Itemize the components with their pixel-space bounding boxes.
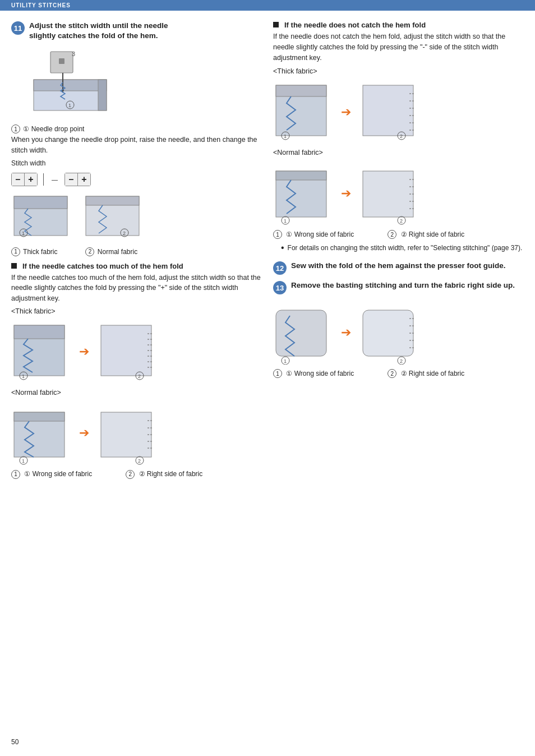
needle-diagram: 3 1	[11, 46, 262, 119]
step13-badge: 13	[273, 281, 287, 294]
svg-rect-4	[59, 58, 64, 64]
right-normal-left-svg: 1	[273, 161, 332, 225]
arrow-right-thick: ➔	[79, 344, 89, 359]
needle-drop-label: 1 ① Needle drop point	[11, 125, 262, 133]
bullet-dot: •	[281, 243, 284, 252]
arrow-right-normal: ➔	[79, 426, 89, 440]
svg-rect-72	[363, 310, 413, 356]
needle-desc: When you change the needle drop point, r…	[11, 135, 262, 156]
normal-label: 2 Normal fabric	[85, 247, 137, 256]
minus-button-right[interactable]: –	[65, 173, 77, 186]
normal-left-svg: 1	[11, 401, 70, 465]
needle-svg: 3 1	[11, 46, 123, 119]
page: UTILITY STITCHES 11 Adjust the stitch wi…	[0, 0, 535, 756]
svg-rect-58	[276, 171, 326, 180]
svg-rect-45	[276, 85, 326, 96]
btn-group-left: – +	[11, 173, 38, 186]
stitch-width-diagram: – + — – +	[11, 173, 262, 186]
not-catch-section: If the needle does not catch the hem fol…	[273, 21, 524, 63]
dash-sep: —	[52, 176, 58, 183]
step13-wrong-label: 1 ① Wrong side of fabric	[273, 369, 354, 378]
step13-diagrams: 1 ➔ 2	[273, 300, 524, 365]
bullet-item: • For details on changing the stitch wid…	[281, 243, 524, 253]
thick-label: 1 Thick fabric	[11, 247, 57, 256]
plus-button-right[interactable]: +	[78, 173, 90, 186]
thick-right-svg: 2	[98, 320, 157, 384]
svg-rect-1	[34, 80, 107, 91]
minus-button-left[interactable]: –	[12, 173, 24, 186]
thick-two-row: 1 ➔ 2	[11, 320, 262, 384]
svg-text:1: 1	[22, 374, 25, 379]
thick-left-svg: 1	[11, 320, 70, 384]
normal-right-svg: 2	[98, 401, 157, 465]
svg-text:2: 2	[400, 218, 403, 224]
thick-label-left: <Thick fabric>	[11, 307, 262, 315]
too-much-title: If the needle catches too much of the he…	[11, 262, 262, 270]
svg-rect-22	[101, 325, 151, 376]
bottom-labels-right: 1 ① Wrong side of fabric 2 ② Right side …	[273, 230, 524, 239]
fabric-diagrams-top: 1 2	[11, 191, 262, 244]
content: 11 Adjust the stitch width until the nee…	[0, 11, 535, 489]
normal-two-row: 1 ➔ 2	[11, 401, 262, 465]
svg-rect-11	[14, 196, 67, 209]
stitch-width-label: Stitch width	[11, 159, 262, 167]
svg-rect-2	[98, 80, 107, 110]
svg-text:2: 2	[400, 358, 403, 364]
step13-header: 13 Remove the basting stitching and turn…	[273, 280, 524, 294]
thick-label-right: <Thick fabric>	[273, 67, 524, 75]
svg-text:1: 1	[22, 231, 25, 236]
not-catch-body: If the needle does not catch the hem fol…	[273, 31, 524, 63]
step12-badge: 12	[273, 261, 287, 275]
right-thick-right-svg: 2	[360, 80, 419, 144]
right-thick-left-svg: 1	[273, 80, 332, 144]
right-label-right: 2 ② Right side of fabric	[388, 230, 464, 239]
svg-text:1: 1	[68, 103, 71, 108]
normal-fabric-diagram: 2	[83, 191, 145, 244]
step11-badge: 11	[11, 21, 25, 35]
step11-header: 11 Adjust the stitch width until the nee…	[11, 21, 262, 40]
black-square-icon2	[273, 22, 279, 27]
svg-text:1: 1	[284, 218, 287, 224]
wrong-label-right: 1 ① Wrong side of fabric	[273, 230, 354, 239]
step12-title: Sew with the fold of the hem against the…	[291, 261, 506, 271]
black-square-icon	[11, 263, 17, 269]
header-bar: UTILITY STITCHES	[0, 0, 535, 11]
arrow-right-rthick: ➔	[341, 105, 351, 119]
svg-text:2: 2	[138, 374, 141, 379]
bottom-labels-left: 1 ① Wrong side of fabric 2 ② Right side …	[11, 470, 262, 479]
arrow-right-step13: ➔	[341, 325, 351, 340]
plus-button-left[interactable]: +	[25, 173, 37, 186]
header-label: UTILITY STITCHES	[11, 2, 71, 8]
left-column: 11 Adjust the stitch width until the nee…	[11, 21, 262, 479]
svg-rect-69	[276, 310, 326, 356]
right-column: If the needle does not catch the hem fol…	[273, 21, 524, 479]
normal-label-left: <Normal fabric>	[11, 389, 262, 397]
fabric-top-labels: 1 Thick fabric 2 Normal fabric	[11, 247, 262, 256]
too-much-body: If the needle catches too much of the he…	[11, 273, 262, 304]
step13-bottom-labels: 1 ① Wrong side of fabric 2 ② Right side …	[273, 369, 524, 378]
svg-text:3: 3	[72, 50, 75, 57]
svg-rect-19	[14, 325, 64, 339]
btn-group-right: – +	[64, 173, 91, 186]
circled-1: 1	[11, 125, 20, 133]
not-catch-title: If the needle does not catch the hem fol…	[273, 21, 524, 29]
too-much-section: If the needle catches too much of the he…	[11, 262, 262, 304]
step13-right-label: 2 ② Right side of fabric	[388, 369, 464, 378]
step11-title: Adjust the stitch width until the needle…	[29, 21, 168, 40]
normal-fabric-svg: 2	[83, 191, 145, 244]
arrow-right-rnormal: ➔	[341, 186, 351, 201]
svg-text:2: 2	[138, 458, 141, 464]
wrong-label-left: 1 ① Wrong side of fabric	[11, 470, 92, 479]
right-label-left: 2 ② Right side of fabric	[126, 470, 202, 479]
svg-rect-48	[363, 85, 413, 136]
svg-rect-36	[101, 412, 151, 457]
svg-rect-61	[363, 171, 413, 217]
step13-left-svg: 1	[273, 300, 332, 365]
right-thick-two-row: 1 ➔ 2	[273, 80, 524, 144]
page-number: 50	[11, 738, 19, 746]
thick-fabric-diagram: 1	[11, 191, 73, 244]
svg-text:2: 2	[123, 231, 126, 236]
svg-text:2: 2	[400, 133, 403, 139]
right-normal-right-svg: 2	[360, 161, 419, 225]
step13-title: Remove the basting stitching and turn th…	[291, 280, 515, 291]
